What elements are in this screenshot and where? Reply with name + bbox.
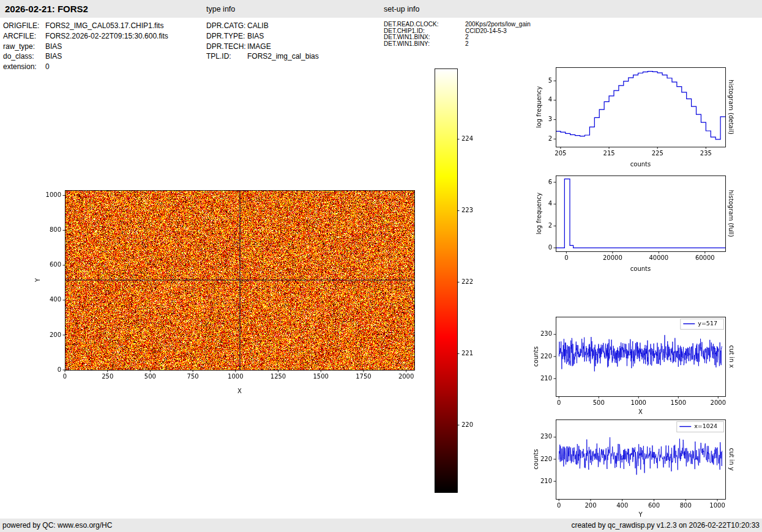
field-label: DPR.TYPE: <box>206 31 247 42</box>
origfile-row: ORIGFILE: FORS2_IMG_CAL053.17.CHIP1.fits <box>3 21 168 31</box>
type-info-block: DPR.CATG: CALIB DPR.TYPE: BIAS DPR.TECH:… <box>206 21 319 62</box>
histogram-full-plot <box>523 170 762 280</box>
field-label: ARCFILE: <box>3 31 45 42</box>
det-read-clock-row: DET.READ.CLOCK: 200Kps/2ports/low_gain <box>384 21 531 28</box>
field-value: CALIB <box>247 21 269 31</box>
tpl-id-row: TPL.ID: FORS2_img_cal_bias <box>206 51 319 62</box>
extension-row: extension: 0 <box>3 62 168 72</box>
do-class-row: do_class: BIAS <box>3 51 168 62</box>
colorbar <box>428 61 487 498</box>
field-value: CCID20-14-5-3 <box>465 28 507 35</box>
page-title: 2026-02-21: FORS2 <box>5 4 88 14</box>
field-value: 2 <box>465 41 469 48</box>
file-info-block: ORIGFILE: FORS2_IMG_CAL053.17.CHIP1.fits… <box>3 21 168 72</box>
footer-bar: powered by QC: www.eso.org/HC created by… <box>0 519 762 532</box>
field-value: 200Kps/2ports/low_gain <box>465 21 531 28</box>
arcfile-row: ARCFILE: FORS2.2026-02-22T09:15:30.600.f… <box>3 31 168 42</box>
field-label: DET.READ.CLOCK: <box>384 21 465 28</box>
footer-left: powered by QC: www.eso.org/HC <box>2 521 112 530</box>
field-value: IMAGE <box>247 42 271 52</box>
raw-type-row: raw_type: BIAS <box>3 42 168 52</box>
field-value: 0 <box>45 62 50 72</box>
field-value: FORS2_IMG_CAL053.17.CHIP1.fits <box>45 21 163 31</box>
footer-right: created by qc_rawdisp.py v1.2.3 on 2026-… <box>571 521 760 530</box>
bias-image-plot <box>18 177 428 401</box>
field-value: FORS2.2026-02-22T09:15:30.600.fits <box>45 31 168 42</box>
field-label: TPL.ID: <box>206 51 247 62</box>
qc-rawdisp-page: 2026-02-21: FORS2 type info set-up info … <box>0 0 762 532</box>
dpr-tech-row: DPR.TECH: IMAGE <box>206 42 319 52</box>
field-label: DET.WIN1.BINY: <box>384 41 465 48</box>
det-win1-biny-row: DET.WIN1.BINY: 2 <box>384 41 531 48</box>
setup-info-heading: set-up info <box>384 5 419 13</box>
field-value: BIAS <box>247 31 264 42</box>
field-label: DPR.TECH: <box>206 42 247 52</box>
header-bar: 2026-02-21: FORS2 type info set-up info <box>0 0 762 18</box>
field-label: raw_type: <box>3 42 45 52</box>
field-value: FORS2_img_cal_bias <box>247 51 319 62</box>
dpr-catg-row: DPR.CATG: CALIB <box>206 21 319 31</box>
field-label: ORIGFILE: <box>3 21 45 31</box>
field-label: DPR.CATG: <box>206 21 247 31</box>
dpr-type-row: DPR.TYPE: BIAS <box>206 31 319 42</box>
type-info-heading: type info <box>206 5 235 13</box>
histogram-detail-plot <box>523 58 762 171</box>
field-label: extension: <box>3 62 45 72</box>
field-value: BIAS <box>45 51 62 62</box>
cut-in-y-plot <box>523 411 762 521</box>
cut-in-x-plot <box>523 309 762 420</box>
setup-info-block: DET.READ.CLOCK: 200Kps/2ports/low_gain D… <box>384 21 531 47</box>
field-label: do_class: <box>3 51 45 62</box>
field-value: BIAS <box>45 42 62 52</box>
